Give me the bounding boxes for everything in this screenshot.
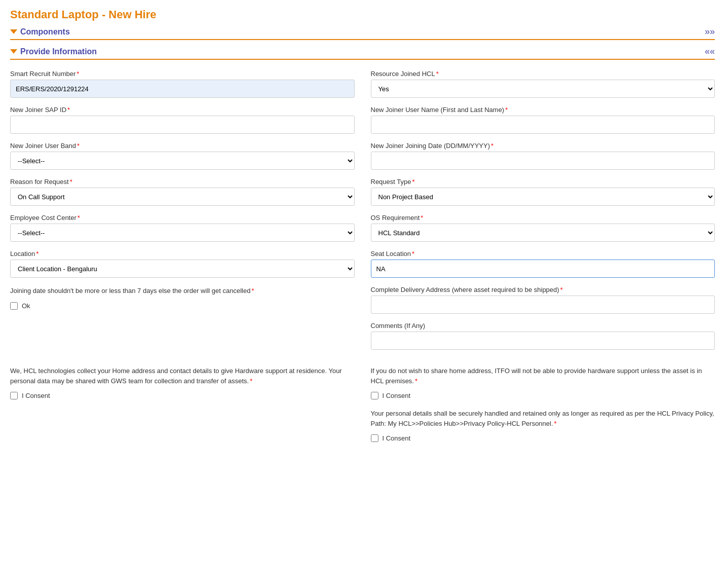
ok-checkbox[interactable] [10,302,18,310]
form-grid: Smart Recruit Number* Resource Joined HC… [10,66,715,446]
comments-label: Comments (If Any) [371,322,715,329]
joining-date-info-text: Joining date shouldn't be more or less t… [10,286,355,296]
location-select[interactable]: Client Location - Bengaluru [10,260,355,278]
page-title: Standard Laptop - New Hire [10,8,715,21]
resource-joined-label: Resource Joined HCL* [371,70,715,78]
request-type-group: Request Type* Non Project Based [371,178,715,206]
delivery-address-group: Complete Delivery Address (where asset r… [371,286,715,350]
reason-for-request-label: Reason for Request* [10,178,355,186]
new-joiner-joining-date-label: New Joiner Joining Date (DD/MM/YYYY)* [371,142,715,150]
new-joiner-joining-date-group: New Joiner Joining Date (DD/MM/YYYY)* [371,142,715,170]
os-requirement-label: OS Requirement* [371,214,715,222]
right-consent2-checkbox-group: I Consent [371,434,715,442]
right-privacy-text: If you do not wish to share home address… [371,366,715,386]
request-type-select[interactable]: Non Project Based [371,188,715,206]
components-collapse-icon[interactable]: »» [705,26,715,37]
resource-joined-select[interactable]: Yes No [371,80,715,98]
new-joiner-joining-date-input[interactable] [371,152,715,170]
delivery-address-input[interactable] [371,296,715,314]
os-requirement-select[interactable]: HCL Standard [371,224,715,242]
right-consent2-label: I Consent [383,434,411,442]
right-consent-label: I Consent [383,392,411,399]
seat-location-label: Seat Location* [371,250,715,258]
provide-info-collapse-icon[interactable]: «« [705,46,715,57]
right-privacy-group: If you do not wish to share home address… [371,366,715,442]
ok-label: Ok [22,302,30,310]
new-joiner-sap-input[interactable] [10,116,355,134]
new-joiner-username-input[interactable] [371,116,715,134]
provide-info-section-title: Provide Information [10,47,97,56]
new-joiner-band-label: New Joiner User Band* [10,142,355,150]
smart-recruit-input[interactable] [10,80,355,98]
components-section-header: Components »» [10,26,715,40]
right-privacy-text2: Your personal details shall be securely … [371,409,715,428]
employee-cost-center-select[interactable]: --Select-- [10,224,355,242]
smart-recruit-label: Smart Recruit Number* [10,70,355,78]
new-joiner-username-group: New Joiner User Name (First and Last Nam… [371,106,715,134]
left-consent-checkbox[interactable] [10,392,18,399]
right-consent-checkbox-group: I Consent [371,392,715,399]
joining-date-info-group: Joining date shouldn't be more or less t… [10,286,355,350]
new-joiner-sap-label: New Joiner SAP ID* [10,106,355,114]
new-joiner-band-group: New Joiner User Band* --Select-- [10,142,355,170]
smart-recruit-group: Smart Recruit Number* [10,70,355,98]
left-privacy-text: We, HCL technologies collect your Home a… [10,366,355,386]
location-group: Location* Client Location - Bengaluru [10,250,355,278]
left-consent-checkbox-group: I Consent [10,392,355,399]
employee-cost-center-group: Employee Cost Center* --Select-- [10,214,355,242]
left-consent-label: I Consent [22,392,50,399]
components-section-title: Components [10,27,70,36]
right-consent2-checkbox[interactable] [371,434,378,442]
new-joiner-sap-group: New Joiner SAP ID* [10,106,355,134]
ok-checkbox-group: Ok [10,302,355,310]
right-consent-checkbox[interactable] [371,392,378,399]
reason-for-request-select[interactable]: On Call Support [10,188,355,206]
request-type-label: Request Type* [371,178,715,186]
provide-info-section-header: Provide Information «« [10,46,715,60]
os-requirement-group: OS Requirement* HCL Standard [371,214,715,242]
reason-for-request-group: Reason for Request* On Call Support [10,178,355,206]
comments-input[interactable] [371,332,715,350]
seat-location-input[interactable] [371,260,715,278]
delivery-address-label: Complete Delivery Address (where asset r… [371,286,715,293]
new-joiner-band-select[interactable]: --Select-- [10,152,355,170]
employee-cost-center-label: Employee Cost Center* [10,214,355,222]
location-label: Location* [10,250,355,258]
new-joiner-username-label: New Joiner User Name (First and Last Nam… [371,106,715,114]
left-privacy-group: We, HCL technologies collect your Home a… [10,366,355,442]
seat-location-group: Seat Location* [371,250,715,278]
resource-joined-group: Resource Joined HCL* Yes No [371,70,715,98]
